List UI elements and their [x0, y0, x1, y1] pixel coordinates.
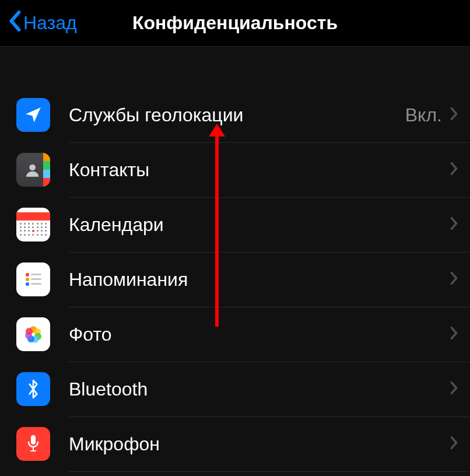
- microphone-icon: [16, 427, 50, 461]
- chevron-right-icon: [450, 381, 458, 397]
- row-label: Календари: [69, 214, 450, 236]
- chevron-right-icon: [450, 216, 458, 233]
- row-speech-recognition[interactable]: Распознавание речи: [0, 471, 470, 476]
- svg-point-13: [26, 328, 33, 335]
- svg-rect-2: [31, 274, 41, 275]
- svg-point-5: [26, 282, 29, 286]
- row-photos[interactable]: Фото: [0, 307, 470, 362]
- row-bluetooth[interactable]: Bluetooth: [0, 362, 470, 416]
- svg-point-1: [26, 273, 29, 276]
- chevron-right-icon: [450, 436, 458, 452]
- chevron-right-icon: [450, 326, 458, 342]
- svg-point-3: [26, 278, 29, 281]
- chevron-right-icon: [450, 271, 458, 288]
- row-contacts[interactable]: Контакты: [0, 142, 470, 197]
- svg-rect-16: [30, 450, 36, 452]
- row-label: Фото: [69, 324, 450, 345]
- settings-list: Службы геолокации Вкл. Контакты Календар…: [0, 88, 470, 476]
- row-reminders[interactable]: Напоминания: [0, 252, 470, 307]
- contacts-icon: [16, 153, 50, 187]
- svg-point-0: [29, 164, 36, 171]
- svg-rect-15: [33, 447, 34, 450]
- back-label: Назад: [23, 12, 77, 34]
- bluetooth-icon: [16, 372, 50, 406]
- row-label: Bluetooth: [69, 379, 450, 400]
- calendar-icon: [16, 208, 50, 242]
- chevron-right-icon: [450, 107, 458, 123]
- location-icon: [16, 98, 50, 132]
- row-label: Службы геолокации: [69, 104, 405, 126]
- svg-rect-6: [31, 283, 41, 285]
- reminders-icon: [16, 262, 50, 296]
- row-location-services[interactable]: Службы геолокации Вкл.: [0, 88, 470, 142]
- row-microphone[interactable]: Микрофон: [0, 416, 470, 471]
- nav-header: Назад Конфиденциальность: [0, 0, 470, 47]
- row-label: Микрофон: [69, 433, 450, 455]
- section-spacer: [0, 47, 470, 88]
- svg-rect-14: [31, 435, 36, 444]
- row-value: Вкл.: [405, 104, 442, 126]
- row-label: Напоминания: [69, 269, 450, 290]
- row-label: Контакты: [69, 159, 450, 181]
- row-calendars[interactable]: Календари: [0, 197, 470, 252]
- chevron-right-icon: [450, 162, 458, 178]
- back-button[interactable]: Назад: [7, 10, 77, 37]
- chevron-left-icon: [7, 10, 22, 37]
- photos-icon: [16, 317, 50, 351]
- svg-rect-4: [31, 278, 41, 280]
